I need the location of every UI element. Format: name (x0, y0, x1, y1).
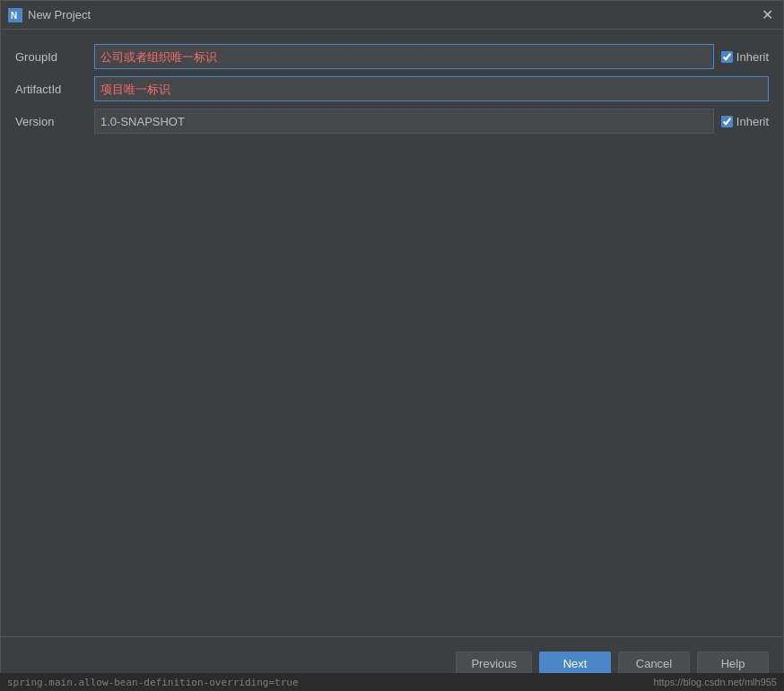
close-button[interactable]: ✕ (758, 6, 776, 24)
version-input-wrapper: Inherit (94, 109, 769, 134)
status-bar: spring.main.allow-bean-definition-overri… (0, 673, 784, 691)
version-label: Version (15, 115, 87, 128)
svg-text:N: N (11, 11, 17, 21)
groupid-row: GroupId Inherit (15, 44, 769, 69)
version-input[interactable] (94, 109, 714, 134)
groupid-label: GroupId (15, 50, 87, 64)
title-bar: N New Project ✕ (1, 1, 783, 30)
artifactid-input[interactable] (94, 76, 769, 101)
artifactid-label: ArtifactId (15, 83, 87, 96)
groupid-input[interactable] (94, 44, 714, 69)
dialog-title: New Project (28, 8, 758, 22)
status-link: https://blog.csdn.net/mlh955 (653, 677, 777, 687)
groupid-inherit-checkbox[interactable] (721, 51, 733, 63)
version-inherit-checkbox[interactable] (721, 116, 733, 127)
artifactid-row: ArtifactId (15, 76, 769, 101)
new-project-dialog: N New Project ✕ GroupId Inherit Artifact… (0, 0, 784, 691)
status-text: spring.main.allow-bean-definition-overri… (7, 677, 299, 688)
groupid-input-wrapper: Inherit (94, 44, 769, 69)
dialog-icon: N (8, 8, 22, 22)
groupid-inherit-label: Inherit (721, 50, 769, 64)
artifactid-input-wrapper (94, 76, 769, 101)
version-row: Version Inherit (15, 109, 769, 134)
version-inherit-label: Inherit (721, 115, 769, 128)
form-content: GroupId Inherit ArtifactId Version (1, 30, 783, 636)
